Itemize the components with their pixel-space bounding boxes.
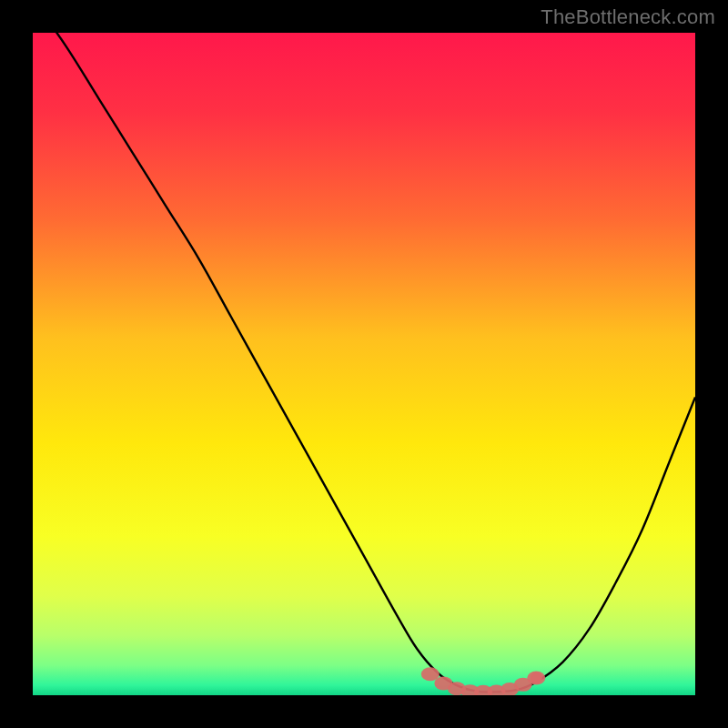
plot-area <box>33 33 695 695</box>
svg-point-10 <box>531 672 542 684</box>
bottleneck-curve <box>33 33 695 695</box>
chart-frame: TheBottleneck.com <box>0 0 728 728</box>
svg-point-1 <box>421 667 440 681</box>
watermark-text: TheBottleneck.com <box>541 5 715 29</box>
